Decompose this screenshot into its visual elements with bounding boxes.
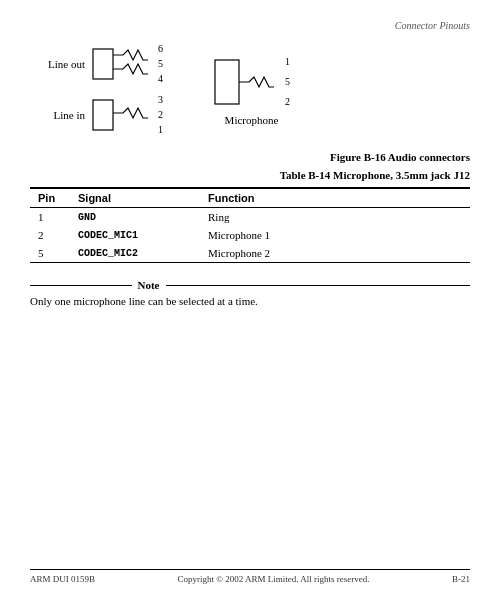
table-row: 2CODEC_MIC1Microphone 1 xyxy=(30,226,470,244)
cell-signal-0: GND xyxy=(70,208,200,227)
pin-4: 4 xyxy=(158,71,163,86)
col-header-1: Signal xyxy=(70,188,200,208)
mic-pin-1: 1 xyxy=(285,52,290,72)
microphone-symbol xyxy=(213,56,283,108)
footer-left: ARM DUI 0159B xyxy=(30,574,95,584)
pin-1: 1 xyxy=(158,122,163,137)
note-line-right xyxy=(166,285,471,286)
mic-pin-5: 5 xyxy=(285,72,290,92)
col-header-0: Pin xyxy=(30,188,70,208)
line-out-symbol xyxy=(91,45,156,83)
right-diagram: 1 5 2 Microphone xyxy=(213,52,290,126)
footer-center: Copyright © 2002 ARM Limited. All rights… xyxy=(177,574,369,584)
cell-function-1: Microphone 1 xyxy=(200,226,470,244)
footer: ARM DUI 0159B Copyright © 2002 ARM Limit… xyxy=(30,569,470,584)
note-box: Note Only one microphone line can be sel… xyxy=(30,279,470,307)
header-title: Connector Pinouts xyxy=(395,20,470,31)
note-header: Note xyxy=(30,279,470,291)
cell-pin-1: 2 xyxy=(30,226,70,244)
pin-2: 2 xyxy=(158,107,163,122)
table-row: 1GNDRing xyxy=(30,208,470,227)
svg-rect-1 xyxy=(93,100,113,130)
microphone-label: Microphone xyxy=(225,114,279,126)
table-caption: Table B-14 Microphone, 3.5mm jack J12 xyxy=(30,169,470,181)
cell-signal-2: CODEC_MIC2 xyxy=(70,244,200,263)
note-text: Only one microphone line can be selected… xyxy=(30,295,470,307)
cell-pin-2: 5 xyxy=(30,244,70,263)
cell-signal-1: CODEC_MIC1 xyxy=(70,226,200,244)
page: Connector Pinouts Line out 6 5 xyxy=(0,0,500,600)
cell-function-0: Ring xyxy=(200,208,470,227)
note-word: Note xyxy=(132,279,166,291)
mic-pin-2: 2 xyxy=(285,92,290,112)
pin-6: 6 xyxy=(158,41,163,56)
footer-right: B-21 xyxy=(452,574,470,584)
diagram-area: Line out 6 5 4 Line in xyxy=(40,41,470,137)
svg-rect-2 xyxy=(215,60,239,104)
data-table: PinSignalFunction 1GNDRing2CODEC_MIC1Mic… xyxy=(30,187,470,263)
cell-pin-0: 1 xyxy=(30,208,70,227)
figure-caption: Figure B-16 Audio connectors xyxy=(30,151,470,163)
line-out-label: Line out xyxy=(40,58,85,70)
line-in-symbol xyxy=(91,96,156,134)
note-line-left xyxy=(30,285,132,286)
cell-function-2: Microphone 2 xyxy=(200,244,470,263)
line-in-label: Line in xyxy=(40,109,85,121)
pin-5: 5 xyxy=(158,56,163,71)
left-diagram: Line out 6 5 4 Line in xyxy=(40,41,163,137)
pin-3: 3 xyxy=(158,92,163,107)
svg-rect-0 xyxy=(93,49,113,79)
table-row: 5CODEC_MIC2Microphone 2 xyxy=(30,244,470,263)
top-header: Connector Pinouts xyxy=(30,20,470,31)
col-header-2: Function xyxy=(200,188,470,208)
